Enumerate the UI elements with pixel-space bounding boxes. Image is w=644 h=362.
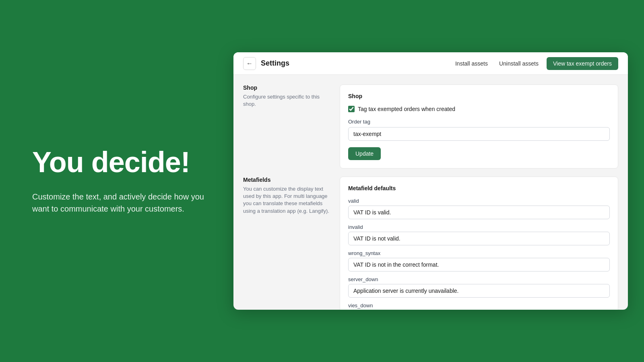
metafields-section-label: Metafields You can customize the display… <box>243 177 332 310</box>
metafields-container: validinvalidwrong_syntaxserver_downvies_… <box>348 198 610 310</box>
shop-card: Shop Tag tax exempted orders when create… <box>340 84 618 169</box>
metafield-key: server_down <box>348 276 610 282</box>
metafield-key: vies_down <box>348 302 610 309</box>
back-button[interactable]: ← <box>243 57 256 70</box>
shop-label-title: Shop <box>243 84 332 91</box>
order-tag-label: Order tag <box>348 119 610 125</box>
shop-label-desc: Configure settings specific to this shop… <box>243 93 332 108</box>
metafield-row: server_down <box>348 276 610 298</box>
hero-subtitle: Customize the text, and actively decide … <box>32 191 209 215</box>
view-tax-exempt-orders-button[interactable]: View tax exempt orders <box>547 57 618 70</box>
uninstall-assets-button[interactable]: Uninstall assets <box>496 58 542 69</box>
metafield-row: vies_down <box>348 302 610 310</box>
app-content: Shop Configure settings specific to this… <box>233 75 628 310</box>
shop-section-row: Shop Configure settings specific to this… <box>243 84 618 169</box>
metafield-key: invalid <box>348 224 610 230</box>
metafield-row: valid <box>348 198 610 219</box>
metafields-section-row: Metafields You can customize the display… <box>243 177 618 310</box>
left-panel: You decide! Customize the text, and acti… <box>0 123 233 239</box>
update-button[interactable]: Update <box>348 147 381 160</box>
app-header: ← Settings Install assets Uninstall asse… <box>233 52 628 75</box>
metafield-row: invalid <box>348 224 610 245</box>
order-tag-field-group: Order tag <box>348 119 610 141</box>
app-window: ← Settings Install assets Uninstall asse… <box>233 52 628 310</box>
page-title: Settings <box>261 59 447 68</box>
metafield-input[interactable] <box>348 284 610 298</box>
back-icon: ← <box>246 60 253 67</box>
metafield-input[interactable] <box>348 206 610 219</box>
metafields-label-title: Metafields <box>243 177 332 183</box>
metafield-input[interactable] <box>348 258 610 272</box>
hero-title: You decide! <box>32 147 209 178</box>
metafield-row: wrong_syntax <box>348 250 610 272</box>
shop-card-title: Shop <box>348 93 610 99</box>
metafields-card: Metafield defaults validinvalidwrong_syn… <box>340 177 618 310</box>
install-assets-button[interactable]: Install assets <box>452 58 491 69</box>
tag-exempted-checkbox[interactable] <box>348 106 355 112</box>
checkbox-label: Tag tax exempted orders when created <box>358 106 455 112</box>
metafields-card-title: Metafield defaults <box>348 185 610 191</box>
metafields-label-desc: You can customize the display text used … <box>243 185 332 215</box>
header-actions: Install assets Uninstall assets View tax… <box>452 57 618 70</box>
checkbox-row: Tag tax exempted orders when created <box>348 106 610 112</box>
metafield-key: valid <box>348 198 610 204</box>
metafield-key: wrong_syntax <box>348 250 610 256</box>
metafield-input[interactable] <box>348 232 610 245</box>
shop-section-label: Shop Configure settings specific to this… <box>243 84 332 169</box>
order-tag-input[interactable] <box>348 127 610 141</box>
